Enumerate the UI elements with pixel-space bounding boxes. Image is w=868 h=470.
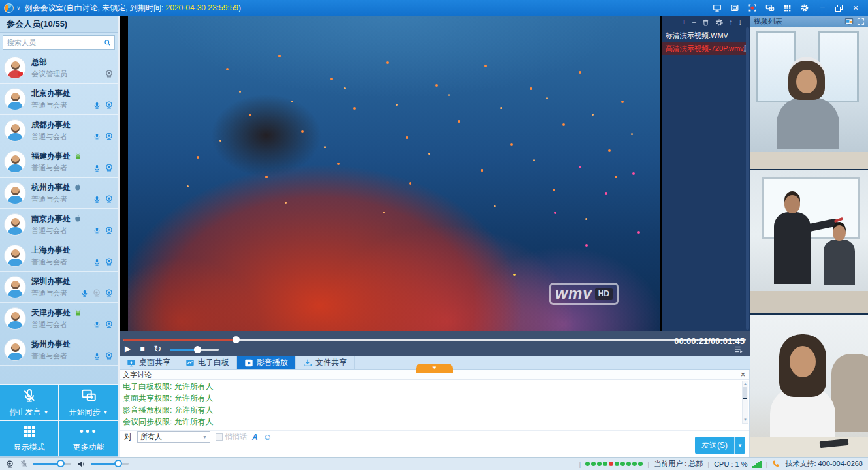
progress-bar[interactable] (123, 339, 746, 341)
playlist-trash-icon[interactable] (701, 18, 710, 27)
mic-muted-icon[interactable] (20, 460, 28, 468)
speaker-volume-slider[interactable] (91, 463, 129, 465)
play-button[interactable]: ▶ (125, 344, 131, 353)
mic-icon[interactable] (93, 227, 101, 235)
recipient-select[interactable]: 所有人 ▼ (137, 431, 210, 443)
participant-role: 普通与会者 (31, 195, 93, 204)
font-picker-icon[interactable]: A (252, 433, 258, 442)
webcam-icon[interactable] (104, 132, 114, 141)
close-button[interactable]: × (851, 3, 860, 12)
playlist-item-selected[interactable]: 高清演示视频-720P.wmv 删除 (662, 42, 746, 55)
network-cast-icon[interactable] (765, 3, 775, 12)
mic-volume-handle[interactable] (57, 460, 65, 467)
webcam-icon[interactable] (104, 69, 114, 78)
webcam-icon[interactable] (104, 226, 114, 235)
replay-button[interactable]: ↻ (153, 344, 161, 353)
display-mode-button[interactable]: 显示模式 (0, 421, 58, 456)
mic-icon[interactable] (93, 321, 101, 329)
title-chevron-icon[interactable]: ∨ (16, 5, 21, 11)
sidebar-actions: 停止发言▼ 开始同步▼ 显示模式 ••• 更多功能 (0, 384, 118, 456)
webcam-disabled-icon[interactable] (92, 289, 101, 298)
webcam-icon[interactable] (104, 163, 114, 172)
dither-grid-icon[interactable] (783, 4, 792, 12)
scroll-down-icon[interactable]: ▼ (743, 417, 748, 423)
record-icon[interactable] (748, 3, 757, 12)
tab-desktop-share[interactable]: 桌面共享 (120, 356, 178, 369)
participant-row[interactable]: 天津办事处 普通与会者 (0, 303, 118, 334)
float-video-icon[interactable] (844, 17, 854, 26)
volume-slider[interactable] (170, 349, 219, 351)
send-button[interactable]: 发送(S) ▼ (695, 437, 745, 454)
chat-compose-area[interactable] (120, 443, 749, 457)
participant-row[interactable]: 总部 会议管理员 (0, 52, 118, 84)
emoji-icon[interactable]: ☺ (263, 432, 272, 442)
playlist-item[interactable]: 标清演示视频.WMV (662, 29, 746, 42)
whisper-option[interactable]: 悄悄话 (216, 432, 247, 442)
search-icon[interactable] (104, 39, 111, 47)
connection-dot (615, 462, 619, 466)
mic-icon[interactable] (80, 289, 89, 298)
playlist-remove-icon[interactable]: − (692, 18, 696, 27)
mic-icon[interactable] (93, 101, 101, 110)
webcam-icon[interactable] (104, 195, 114, 204)
tab-media-playback[interactable]: 影音播放 (237, 356, 296, 369)
feature-tabs: 桌面共享 电子白板 影音播放 文件共享 ▼ (120, 356, 750, 370)
restore-button[interactable] (835, 5, 843, 12)
tab-file-share[interactable]: 文件共享 (296, 356, 355, 369)
scroll-thumb[interactable] (743, 387, 747, 399)
playlist-move-up-icon[interactable]: ↑ (729, 18, 733, 27)
webcam-icon[interactable] (104, 101, 114, 110)
mic-volume-slider[interactable] (33, 463, 71, 465)
speaker-icon[interactable] (76, 460, 86, 469)
chevron-down-icon: ▼ (432, 365, 437, 371)
window-mode-icon[interactable] (730, 3, 739, 12)
webcam-icon[interactable] (104, 351, 114, 360)
video-thumbnail-2[interactable] (750, 170, 868, 314)
video-thumbnail-3[interactable] (750, 315, 868, 457)
video-stage[interactable]: wmv HD (120, 16, 662, 331)
playlist-move-down-icon[interactable]: ↓ (738, 18, 742, 27)
expand-icon[interactable] (857, 18, 865, 25)
search-box[interactable] (3, 35, 115, 50)
screen-share-icon[interactable] (713, 3, 722, 12)
participant-row[interactable]: 南京办事处 普通与会者 (0, 209, 118, 240)
participant-row[interactable]: 成都办事处 普通与会者 (0, 115, 118, 146)
participant-row[interactable]: 上海办事处 普通与会者 (0, 240, 118, 272)
chat-close-icon[interactable]: × (741, 370, 745, 380)
webcam-status-icon[interactable] (5, 460, 14, 469)
whisper-checkbox[interactable] (216, 433, 223, 441)
mic-icon[interactable] (93, 164, 101, 172)
start-sync-button[interactable]: 开始同步▼ (59, 385, 118, 420)
stop-button[interactable]: ■ (140, 344, 144, 353)
playlist-add-icon[interactable]: + (682, 18, 686, 27)
mic-icon[interactable] (93, 133, 101, 141)
playlist-scrollbar[interactable] (746, 27, 749, 330)
participant-row[interactable]: 北京办事处 普通与会者 (0, 84, 118, 115)
scroll-up-icon[interactable]: ▲ (743, 381, 748, 387)
video-thumbnail-1[interactable] (750, 27, 868, 170)
chat-collapse-handle[interactable]: ▼ (416, 364, 453, 373)
webcam-icon[interactable] (104, 257, 114, 266)
participant-row[interactable]: 扬州办事处 普通与会者 (0, 334, 118, 366)
mic-icon[interactable] (93, 258, 101, 266)
playlist-toggle-icon[interactable] (734, 345, 743, 354)
send-options-caret-icon[interactable]: ▼ (735, 443, 745, 448)
playlist-settings-icon[interactable] (715, 18, 724, 27)
webcam-icon[interactable] (104, 289, 114, 298)
mic-icon[interactable] (93, 195, 101, 204)
search-input[interactable] (3, 39, 104, 46)
stop-speaking-button[interactable]: 停止发言▼ (0, 385, 58, 420)
minimize-button[interactable]: − (818, 3, 827, 12)
more-functions-button[interactable]: ••• 更多功能 (59, 421, 118, 456)
webcam-icon[interactable] (104, 320, 114, 329)
speaker-volume-handle[interactable] (114, 460, 122, 467)
participant-row[interactable]: 杭州办事处 普通与会者 (0, 178, 118, 209)
volume-handle[interactable] (194, 346, 201, 353)
participant-row[interactable]: 福建办事处 普通与会者 (0, 146, 118, 178)
chat-scrollbar[interactable]: ▲ ▼ (742, 381, 748, 424)
progress-handle[interactable] (233, 336, 240, 343)
participant-row[interactable]: 深圳办事处 普通与会者 (0, 272, 118, 303)
tab-whiteboard[interactable]: 电子白板 (178, 356, 237, 369)
settings-gear-icon[interactable] (800, 3, 809, 12)
mic-icon[interactable] (93, 352, 101, 360)
